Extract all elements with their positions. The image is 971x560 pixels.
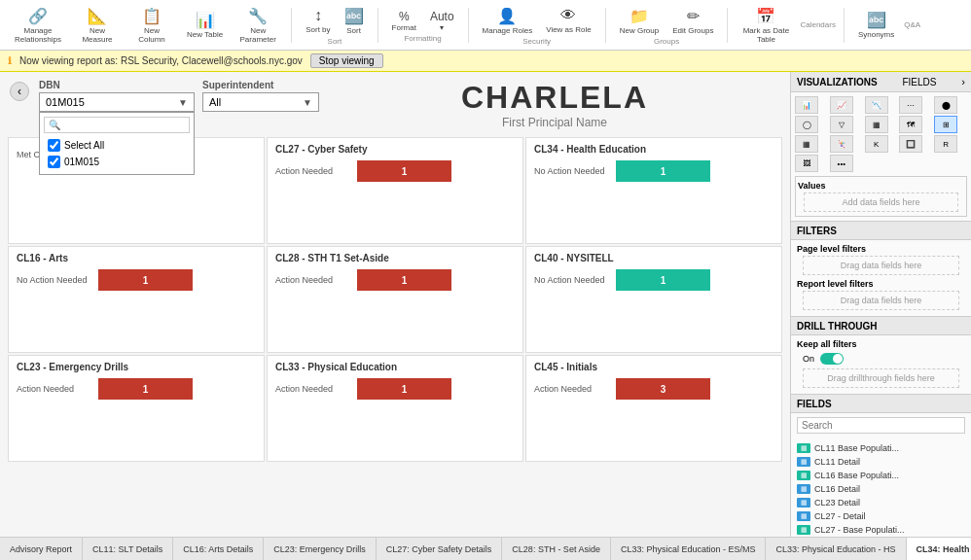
field-item-cl11-base-pop[interactable]: ▦ CL11 Base Populati... bbox=[797, 441, 965, 455]
synonyms-btn[interactable]: 🔤 Synonyms bbox=[852, 9, 900, 41]
field-item-cl27-base-pop[interactable]: ▦ CL27 - Base Populati... bbox=[797, 523, 965, 537]
superintendent-dropdown[interactable]: All ▼ bbox=[202, 92, 319, 112]
drillthrough-label: DRILL THROUGH bbox=[797, 321, 878, 332]
cl33-title: CL33 - Physical Education bbox=[275, 362, 515, 372]
new-group-btn[interactable]: 📁 New Group bbox=[614, 5, 665, 37]
cl45-bar: 3 bbox=[616, 378, 710, 400]
tab-cl23-emergency[interactable]: CL23: Emergency Drills bbox=[264, 538, 377, 560]
cl34-bar-container: 1 bbox=[616, 160, 773, 182]
viz-more[interactable]: ••• bbox=[830, 155, 853, 172]
tab-advisory[interactable]: Advisory Report bbox=[0, 538, 83, 560]
cl23-bar: 1 bbox=[98, 378, 193, 400]
edit-groups-btn[interactable]: ✏ Edit Groups bbox=[666, 5, 719, 37]
cl23-row: Action Needed 1 bbox=[17, 378, 256, 400]
cl33-bar: 1 bbox=[357, 378, 451, 400]
viz-treemap[interactable]: ▦ bbox=[865, 116, 888, 133]
cl23-body: Action Needed 1 bbox=[17, 378, 256, 455]
dbn-dropdown[interactable]: 01M015 ▼ bbox=[39, 92, 195, 112]
viz-image[interactable]: 🖼 bbox=[795, 155, 818, 172]
mark-date-table-btn[interactable]: 📅 Mark as Date Table bbox=[736, 5, 796, 46]
cl45-body: Action Needed 3 bbox=[534, 378, 773, 455]
right-panel: VISUALIZATIONS FIELDS › 📊 📈 📉 ⋯ ⬤ ◯ ▽ ▦ … bbox=[790, 72, 971, 537]
title-area: CHARLELA First Principal Name bbox=[327, 80, 782, 129]
viz-map[interactable]: 🗺 bbox=[899, 116, 922, 133]
viz-kpi[interactable]: K bbox=[865, 135, 888, 153]
viz-table[interactable]: ⊞ bbox=[934, 116, 957, 133]
values-drop-zone[interactable]: Add data fields here bbox=[804, 192, 958, 212]
left-panel: ‹ DBN 01M015 ▼ Select All 0 bbox=[0, 72, 790, 537]
viz-line-chart[interactable]: 📈 bbox=[830, 96, 853, 114]
field-label-cl23-detail: CL23 Detail bbox=[814, 498, 860, 508]
new-table-btn[interactable]: 📊 New Table bbox=[181, 9, 229, 41]
back-button[interactable]: ‹ bbox=[10, 82, 29, 101]
field-icon-cl27-detail: ▦ bbox=[797, 511, 810, 521]
field-label-cl27-detail: CL27 - Detail bbox=[814, 511, 866, 521]
new-column-btn[interactable]: 📋 New Column bbox=[126, 5, 177, 46]
tab-cl28-sth[interactable]: CL28: STH - Set Aside bbox=[502, 538, 611, 560]
cl27-card: CL27 - Cyber Safety Action Needed 1 bbox=[267, 137, 523, 244]
cl45-card: CL45 - Initials Action Needed 3 bbox=[525, 355, 782, 462]
tab-cl27-cyber[interactable]: CL27: Cyber Safety Details bbox=[377, 538, 503, 560]
fields-header-link[interactable]: FIELDS bbox=[902, 77, 936, 88]
report-subtitle: First Principal Name bbox=[502, 116, 607, 129]
cl33-body: Action Needed 1 bbox=[275, 378, 515, 455]
tab-cl11-slt[interactable]: CL11: SLT Details bbox=[83, 538, 173, 560]
cl45-row: Action Needed 3 bbox=[534, 378, 773, 400]
dbn-01m015-checkbox[interactable] bbox=[48, 156, 60, 168]
cl33-row: Action Needed 1 bbox=[275, 378, 515, 400]
view-as-btn[interactable]: 👁 View as Role bbox=[540, 5, 597, 37]
drillthrough-header: DRILL THROUGH bbox=[791, 316, 971, 335]
keep-all-toggle[interactable] bbox=[820, 353, 844, 365]
viz-card[interactable]: 🃏 bbox=[830, 135, 853, 153]
viz-donut[interactable]: ◯ bbox=[795, 116, 818, 133]
stop-viewing-button[interactable]: Stop viewing bbox=[310, 53, 383, 68]
dbn-select-all[interactable]: Select All bbox=[44, 137, 190, 154]
field-item-cl23-detail[interactable]: ▦ CL23 Detail bbox=[797, 496, 965, 509]
tab-cl33-pe-hs[interactable]: CL33: Physical Education - HS bbox=[766, 538, 906, 560]
dbn-search-input[interactable] bbox=[44, 117, 190, 133]
visualizations-header: VISUALIZATIONS bbox=[797, 77, 878, 88]
dbn-item-01m015[interactable]: 01M015 bbox=[44, 154, 190, 170]
values-section: Values Add data fields here bbox=[795, 176, 967, 217]
viz-slicer[interactable]: 🔲 bbox=[899, 135, 922, 153]
field-item-cl27-detail[interactable]: ▦ CL27 - Detail bbox=[797, 509, 965, 523]
tab-cl16-arts[interactable]: CL16: Arts Details bbox=[173, 538, 264, 560]
manage-roles-btn[interactable]: 👤 Manage Roles bbox=[477, 5, 539, 37]
viz-matrix[interactable]: ▦ bbox=[795, 135, 818, 153]
new-measure-icon: 📐 bbox=[88, 7, 107, 25]
viz-scatter[interactable]: ⋯ bbox=[899, 96, 922, 114]
auto-btn[interactable]: Auto ▾ bbox=[424, 8, 460, 34]
field-item-cl11-detail[interactable]: ▦ CL11 Detail bbox=[797, 455, 965, 469]
viz-funnel[interactable]: ▽ bbox=[830, 116, 853, 133]
page-filters-drop[interactable]: Drag data fields here bbox=[803, 256, 959, 275]
format-btn[interactable]: % Format bbox=[386, 8, 422, 34]
viz-pie[interactable]: ⬤ bbox=[934, 96, 957, 114]
notification-bar: ℹ Now viewing report as: RSL Security, C… bbox=[0, 51, 971, 72]
manage-relationships-btn[interactable]: 🔗 Manage Relationships bbox=[8, 5, 68, 46]
cl16-card: CL16 - Arts No Action Needed 1 bbox=[8, 246, 265, 353]
viz-bar-chart[interactable]: 📊 bbox=[795, 96, 818, 114]
new-measure-btn[interactable]: 📐 New Measure bbox=[72, 5, 123, 46]
values-label: Values bbox=[798, 181, 826, 191]
cl40-row: No Action Needed 1 bbox=[534, 269, 773, 291]
manage-relationships-icon: 🔗 bbox=[28, 7, 48, 25]
tab-cl33-pe-esms[interactable]: CL33: Physical Education - ES/MS bbox=[611, 538, 767, 560]
fields-label: FIELDS bbox=[797, 399, 832, 409]
cl27-label: Action Needed bbox=[275, 166, 353, 176]
drillthrough-drop[interactable]: Drag drillthrough fields here bbox=[803, 368, 959, 388]
field-item-cl16-detail[interactable]: ▦ CL16 Detail bbox=[797, 482, 965, 496]
dbn-select-all-checkbox[interactable] bbox=[48, 139, 60, 152]
field-item-cl16-base-pop[interactable]: ▦ CL16 Base Populati... bbox=[797, 469, 965, 482]
sort-btn[interactable]: 🔤 Sort bbox=[339, 5, 370, 37]
tab-cl34-health[interactable]: CL34: Health Edu... bbox=[907, 538, 971, 560]
report-title: CHARLELA bbox=[461, 80, 648, 116]
cl28-body: Action Needed 1 bbox=[275, 269, 515, 346]
cl16-row: No Action Needed 1 bbox=[17, 269, 256, 291]
new-parameter-btn[interactable]: 🔧 New Parameter bbox=[233, 5, 283, 46]
report-filters-drop[interactable]: Drag data fields here bbox=[803, 291, 959, 310]
viz-area-chart[interactable]: 📉 bbox=[865, 96, 888, 114]
viz-custom[interactable]: R bbox=[934, 135, 957, 153]
divider-5 bbox=[727, 8, 728, 43]
fields-search-input[interactable] bbox=[797, 417, 965, 434]
sort-column-btn[interactable]: ↕ Sort by bbox=[300, 5, 336, 37]
